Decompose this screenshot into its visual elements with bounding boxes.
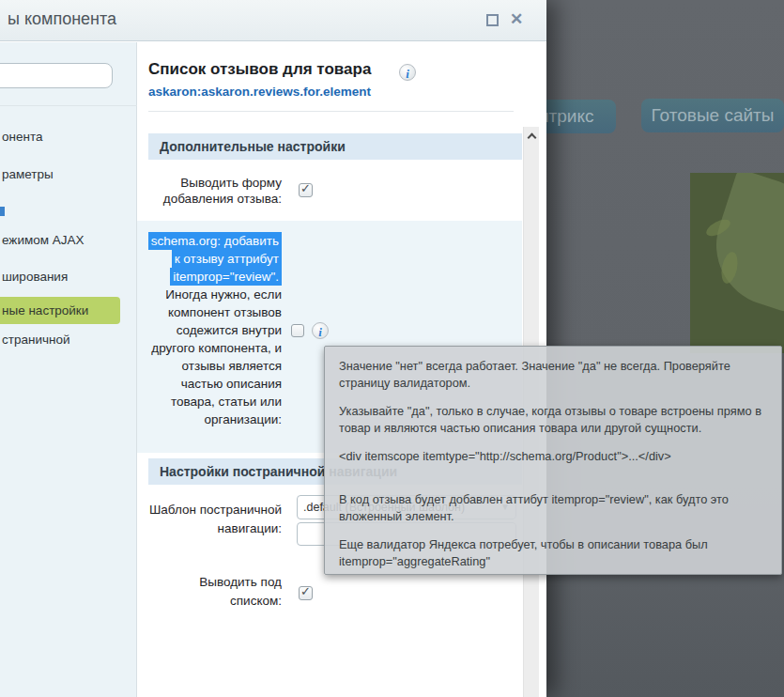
label-line: организации: <box>141 410 282 428</box>
close-icon[interactable]: ✕ <box>510 9 523 29</box>
sidebar-item-ajax[interactable]: ежимом AJAX <box>2 233 85 247</box>
selected-text: itemprop="review". <box>170 268 282 286</box>
chevron-up-icon <box>528 133 537 143</box>
label-line: другого компонента, и <box>141 339 282 357</box>
tooltip-paragraph: Значение "нет" всегда работает. Значение… <box>339 358 770 392</box>
sidebar-active-label: ные настройки <box>2 303 88 318</box>
ready-sites-button[interactable]: Готовые сайты <box>641 99 784 132</box>
label-line: Иногда нужно, если <box>141 286 282 303</box>
section-header-label: Дополнительные настройки <box>160 139 346 154</box>
label-line: Шаблон постраничной <box>141 501 282 519</box>
sidebar-item-pagenav[interactable]: страничной <box>2 333 69 347</box>
component-name-link[interactable]: askaron:askaron.reviews.for.element <box>148 85 371 99</box>
dialog-title: ы компонента <box>8 9 116 29</box>
section-header-additional: Дополнительные настройки <box>148 133 522 160</box>
info-icon[interactable]: i <box>312 322 329 339</box>
show-below-label: Выводить под списком: <box>141 573 282 611</box>
sidebar-search-input[interactable] <box>0 63 113 88</box>
sidebar-item-parameters[interactable]: раметры <box>2 167 54 181</box>
sidebar-link-fragment[interactable] <box>0 207 5 216</box>
label-line: отзывы является <box>141 357 282 375</box>
tooltip-paragraph: Указывайте "да", только в случае, когда … <box>339 403 770 437</box>
schema-org-label: schema.org: добавить к отзыву аттрибут i… <box>141 232 282 428</box>
tooltip-paragraph: В код отзыва будет добавлен аттибут item… <box>339 491 770 525</box>
label-line: частью описания <box>141 375 282 393</box>
label-line: Выводить под <box>141 573 282 592</box>
checkmark-icon: ✓ <box>300 584 311 598</box>
selected-text: к отзыву аттрибут <box>172 250 282 268</box>
logo-fan-shape <box>700 173 784 322</box>
settings-sidebar: онента раметры ежимом AJAX ширования ные… <box>0 42 137 697</box>
tooltip-code-line: <div itemscope itemtype="http://schema.o… <box>339 448 770 465</box>
sidebar-item-additional-active[interactable]: ные настройки <box>0 297 120 324</box>
header-divider <box>148 111 514 112</box>
label-line: компонент отзывов <box>141 303 282 321</box>
schema-org-checkbox[interactable] <box>291 324 304 337</box>
dialog-titlebar: ы компонента ✕ <box>0 0 546 41</box>
label-line: содежится внутри <box>141 321 282 339</box>
help-tooltip: Значение "нет" всегда работает. Значение… <box>324 346 782 575</box>
pagenav-template-label: Шаблон постраничной навигации: <box>141 501 282 538</box>
sidebar-item-component[interactable]: онента <box>2 130 42 144</box>
label-line: товара, статьи или <box>141 393 282 410</box>
scroll-up-arrow-icon[interactable] <box>524 127 540 146</box>
show-below-checkbox[interactable]: ✓ <box>299 586 313 600</box>
label-line: добавления отзыва: <box>141 191 282 207</box>
checkmark-icon: ✓ <box>300 181 311 195</box>
info-icon[interactable]: i <box>399 64 416 81</box>
selected-text: schema.org: добавить <box>148 232 282 250</box>
page-title: Список отзывов для товара <box>148 60 371 79</box>
maximize-icon[interactable] <box>486 14 499 26</box>
label-line: навигации: <box>141 519 282 538</box>
label-line: Выводить форму <box>141 175 282 191</box>
sidebar-item-caching[interactable]: ширования <box>2 270 68 284</box>
show-form-checkbox[interactable]: ✓ <box>299 183 313 197</box>
show-form-label: Выводить форму добавления отзыва: <box>141 175 282 207</box>
tooltip-paragraph: Еще валидатор Яндекса потребует, чтобы в… <box>339 536 770 570</box>
sidebar-divider <box>0 105 137 106</box>
label-line: списком: <box>141 592 282 611</box>
screen: Битрикс Готовые сайты ы компонента ✕ оне… <box>0 0 784 697</box>
background-logo-image <box>690 173 784 353</box>
